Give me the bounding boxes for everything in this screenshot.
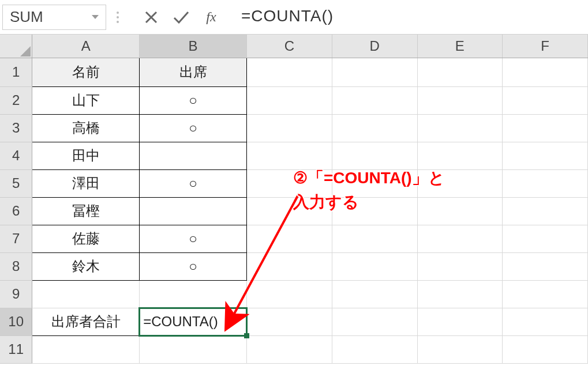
cell-D3[interactable] xyxy=(332,114,417,142)
cell-D5[interactable] xyxy=(332,169,417,197)
cell-A7[interactable]: 佐藤 xyxy=(32,225,140,252)
formula-bar-buttons: fx xyxy=(129,7,233,28)
name-box-value: SUM xyxy=(10,8,43,26)
cell-E5[interactable] xyxy=(417,169,503,197)
cell-C4[interactable] xyxy=(247,142,332,169)
cell-E4[interactable] xyxy=(417,142,503,169)
cell-B2[interactable]: ○ xyxy=(140,86,247,114)
cell-A4[interactable]: 田中 xyxy=(32,142,140,169)
row-header-1[interactable]: 1 xyxy=(0,58,32,86)
cell-E10[interactable] xyxy=(417,308,503,335)
name-box[interactable]: SUM xyxy=(2,5,106,30)
row-header-11[interactable]: 11 xyxy=(0,335,32,363)
cell-F9[interactable] xyxy=(503,280,588,308)
cell-B10[interactable]: =COUNTA() xyxy=(140,308,247,335)
cell-B8[interactable]: ○ xyxy=(140,252,247,280)
row-header-3[interactable]: 3 xyxy=(0,114,32,142)
cell-C10[interactable] xyxy=(247,308,332,335)
cell-A11[interactable] xyxy=(32,335,140,363)
enter-formula-icon[interactable] xyxy=(171,7,192,28)
cell-F6[interactable] xyxy=(503,197,588,225)
cell-F7[interactable] xyxy=(503,225,588,252)
cell-A3[interactable]: 高橋 xyxy=(32,114,140,142)
cell-F10[interactable] xyxy=(503,308,588,335)
row-header-2[interactable]: 2 xyxy=(0,86,32,114)
cell-F2[interactable] xyxy=(503,86,588,114)
cell-F11[interactable] xyxy=(503,335,588,363)
col-header-E[interactable]: E xyxy=(417,35,503,58)
cell-C11[interactable] xyxy=(247,335,332,363)
select-all-corner[interactable] xyxy=(0,35,32,58)
cell-C3[interactable] xyxy=(247,114,332,142)
cell-E6[interactable] xyxy=(417,197,503,225)
cell-C2[interactable] xyxy=(247,86,332,114)
cell-B4[interactable] xyxy=(140,142,247,169)
row-header-7[interactable]: 7 xyxy=(0,225,32,252)
cell-D8[interactable] xyxy=(332,252,417,280)
cell-C1[interactable] xyxy=(247,58,332,86)
cell-B6[interactable] xyxy=(140,197,247,225)
cell-A10[interactable]: 出席者合計 xyxy=(32,308,140,335)
col-header-A[interactable]: A xyxy=(32,35,140,58)
cancel-formula-icon[interactable] xyxy=(141,7,162,28)
formula-bar-separator xyxy=(106,5,129,30)
cell-F1[interactable] xyxy=(503,58,588,86)
cell-B3[interactable]: ○ xyxy=(140,114,247,142)
formula-bar: SUM fx =COUNTA() xyxy=(0,0,588,35)
cell-D11[interactable] xyxy=(332,335,417,363)
cell-F8[interactable] xyxy=(503,252,588,280)
cell-A8[interactable]: 鈴木 xyxy=(32,252,140,280)
cell-D9[interactable] xyxy=(332,280,417,308)
cell-D4[interactable] xyxy=(332,142,417,169)
cell-E3[interactable] xyxy=(417,114,503,142)
col-header-C[interactable]: C xyxy=(247,35,332,58)
cell-B11[interactable] xyxy=(140,335,247,363)
col-header-B[interactable]: B xyxy=(140,35,247,58)
cell-D10[interactable] xyxy=(332,308,417,335)
cell-C7[interactable] xyxy=(247,225,332,252)
cell-B5[interactable]: ○ xyxy=(140,169,247,197)
cell-D7[interactable] xyxy=(332,225,417,252)
spreadsheet-grid: A B C D E F 1 名前 出席 2 山下 ○ 3 xyxy=(0,35,588,364)
cell-E8[interactable] xyxy=(417,252,503,280)
row-header-6[interactable]: 6 xyxy=(0,197,32,225)
row-header-10[interactable]: 10 xyxy=(0,308,32,335)
cell-C8[interactable] xyxy=(247,252,332,280)
cell-F4[interactable] xyxy=(503,142,588,169)
name-box-dropdown-icon[interactable] xyxy=(92,15,99,19)
cell-A9[interactable] xyxy=(32,280,140,308)
cell-C6[interactable] xyxy=(247,197,332,225)
row-header-8[interactable]: 8 xyxy=(0,252,32,280)
row-header-5[interactable]: 5 xyxy=(0,169,32,197)
insert-function-icon[interactable]: fx xyxy=(201,7,222,28)
cell-D2[interactable] xyxy=(332,86,417,114)
formula-text: =COUNTA() xyxy=(241,7,334,25)
cell-E7[interactable] xyxy=(417,225,503,252)
cell-D6[interactable] xyxy=(332,197,417,225)
row-header-4[interactable]: 4 xyxy=(0,142,32,169)
cell-B9[interactable] xyxy=(140,280,247,308)
cell-E1[interactable] xyxy=(417,58,503,86)
grid-table: A B C D E F 1 名前 出席 2 山下 ○ 3 xyxy=(0,35,588,364)
cell-E2[interactable] xyxy=(417,86,503,114)
cell-E11[interactable] xyxy=(417,335,503,363)
formula-input[interactable]: =COUNTA() xyxy=(233,5,586,30)
cell-C9[interactable] xyxy=(247,280,332,308)
cell-F5[interactable] xyxy=(503,169,588,197)
cell-C5[interactable] xyxy=(247,169,332,197)
cell-A1[interactable]: 名前 xyxy=(32,58,140,86)
cell-A6[interactable]: 冨樫 xyxy=(32,197,140,225)
cell-A2[interactable]: 山下 xyxy=(32,86,140,114)
cell-B7[interactable]: ○ xyxy=(140,225,247,252)
cell-D1[interactable] xyxy=(332,58,417,86)
cell-F3[interactable] xyxy=(503,114,588,142)
col-header-F[interactable]: F xyxy=(503,35,588,58)
cell-B1[interactable]: 出席 xyxy=(140,58,247,86)
cell-A5[interactable]: 澤田 xyxy=(32,169,140,197)
active-cell-value: =COUNTA() xyxy=(143,314,218,329)
cell-E9[interactable] xyxy=(417,280,503,308)
row-header-9[interactable]: 9 xyxy=(0,280,32,308)
col-header-D[interactable]: D xyxy=(332,35,417,58)
